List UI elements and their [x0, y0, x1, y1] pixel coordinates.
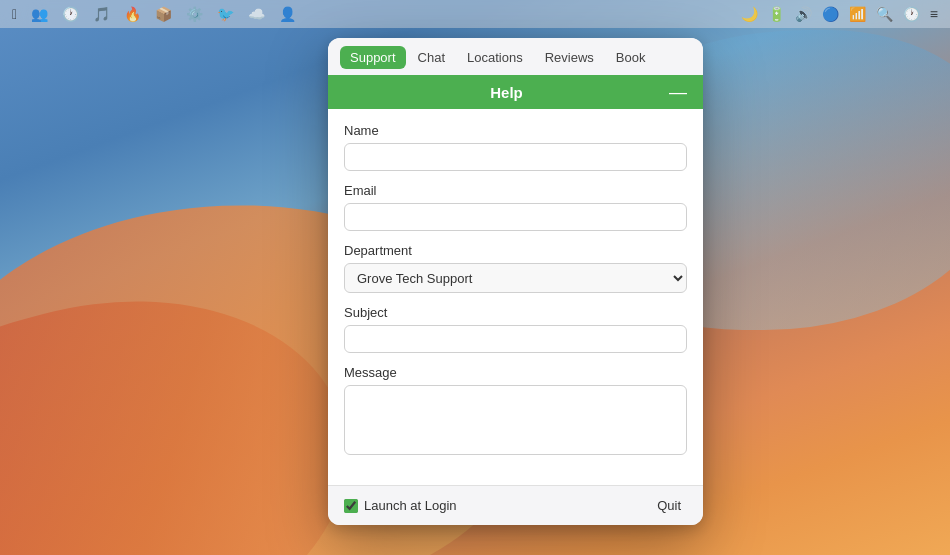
subject-input[interactable]: [344, 325, 687, 353]
header-title: Help: [344, 84, 669, 101]
moon-icon[interactable]: 🌙: [741, 6, 758, 22]
launch-login-label[interactable]: Launch at Login: [344, 498, 457, 513]
tab-book[interactable]: Book: [606, 46, 656, 69]
bird-icon[interactable]: 🐦: [217, 6, 234, 22]
email-group: Email: [344, 183, 687, 231]
form-content: Name Email Department Grove Tech Support…: [328, 109, 703, 485]
menubar:  👥 🕐 🎵 🔥 📦 ⚙️ 🐦 ☁️ 👤 🌙 🔋 🔊 🔵 📶 🔍 🕐 ≡: [0, 0, 950, 28]
nav-tabs: Support Chat Locations Reviews Book: [328, 38, 703, 75]
quit-button[interactable]: Quit: [651, 496, 687, 515]
popup-footer: Launch at Login Quit: [328, 485, 703, 525]
box-icon[interactable]: 📦: [155, 6, 172, 22]
header-bar: Help —: [328, 75, 703, 109]
menubar-left-icons:  👥 🕐 🎵 🔥 📦 ⚙️ 🐦 ☁️ 👤: [12, 6, 296, 22]
network-icon[interactable]: 🔥: [124, 6, 141, 22]
menubar-right-icons: 🌙 🔋 🔊 🔵 📶 🔍 🕐 ≡: [741, 6, 938, 22]
popup-window: Support Chat Locations Reviews Book Help…: [328, 38, 703, 525]
tab-chat[interactable]: Chat: [408, 46, 455, 69]
subject-group: Subject: [344, 305, 687, 353]
cloud-icon[interactable]: ☁️: [248, 6, 265, 22]
name-label: Name: [344, 123, 687, 138]
menu-icon[interactable]: ≡: [930, 6, 938, 22]
tab-locations[interactable]: Locations: [457, 46, 533, 69]
tab-reviews[interactable]: Reviews: [535, 46, 604, 69]
department-select[interactable]: Grove Tech Support Sales Billing General…: [344, 263, 687, 293]
message-textarea[interactable]: [344, 385, 687, 455]
wifi-icon[interactable]: 📶: [849, 6, 866, 22]
volume-icon[interactable]: 🔊: [795, 6, 812, 22]
email-label: Email: [344, 183, 687, 198]
bluetooth-icon[interactable]: 🔵: [822, 6, 839, 22]
name-input[interactable]: [344, 143, 687, 171]
profile-icon[interactable]: 👤: [279, 6, 296, 22]
tab-support[interactable]: Support: [340, 46, 406, 69]
message-label: Message: [344, 365, 687, 380]
search-icon[interactable]: 🔍: [876, 6, 893, 22]
department-group: Department Grove Tech Support Sales Bill…: [344, 243, 687, 293]
clock-icon[interactable]: 🕐: [62, 6, 79, 22]
music-icon[interactable]: 🎵: [93, 6, 110, 22]
email-input[interactable]: [344, 203, 687, 231]
launch-login-text: Launch at Login: [364, 498, 457, 513]
department-label: Department: [344, 243, 687, 258]
apps-icon[interactable]: ⚙️: [186, 6, 203, 22]
time-icon[interactable]: 🕐: [903, 6, 920, 22]
apple-menu-icon[interactable]: : [12, 6, 17, 22]
name-group: Name: [344, 123, 687, 171]
launch-login-checkbox[interactable]: [344, 499, 358, 513]
minimize-button[interactable]: —: [669, 83, 687, 101]
users-icon[interactable]: 👥: [31, 6, 48, 22]
message-group: Message: [344, 365, 687, 459]
subject-label: Subject: [344, 305, 687, 320]
battery-icon[interactable]: 🔋: [768, 6, 785, 22]
